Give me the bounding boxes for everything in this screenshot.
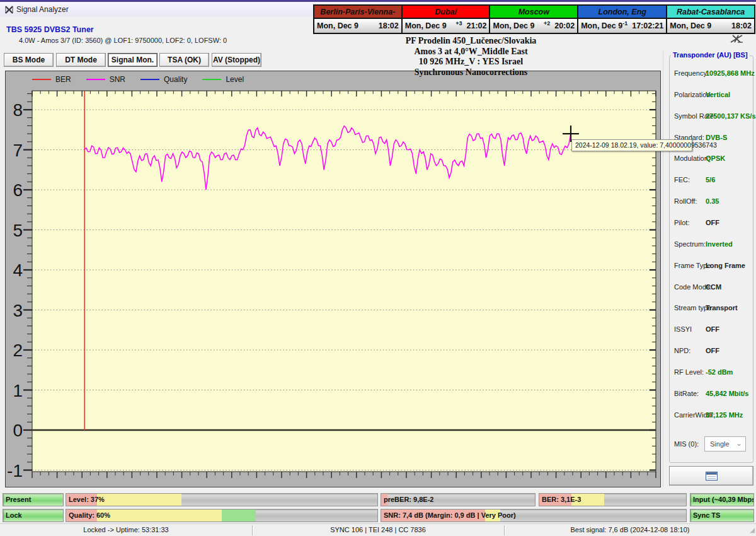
station-title-line: 10 926 MHz_V : YES Israel [328, 57, 614, 67]
transponder-row: Pilot: OFF [669, 219, 756, 228]
field-label: FEC: [674, 176, 690, 184]
transponder-row: Frame Type: Long Frame [669, 262, 756, 271]
bs-mode-button[interactable]: BS Mode [4, 53, 54, 67]
log-window-icon [706, 472, 718, 481]
transponder-row: CarrierWidth: 37,125 MHz [669, 411, 756, 420]
y-axis-tick-label: 1 [13, 381, 23, 400]
clock-date: Mon, Dec 9 [317, 21, 358, 30]
snr-line-swatch [86, 79, 105, 80]
best-signal-status: Best signal: 7,6 dB (2024-12-08 18:10) [504, 524, 756, 536]
transponder-row: Spectrum: Inverted [669, 240, 756, 249]
field-value: Long Frame [706, 262, 745, 269]
signal-mon-button[interactable]: Signal Mon. [108, 53, 158, 67]
tsa-button[interactable]: TSA (OK) [159, 53, 209, 67]
av-button[interactable]: AV (Stopped) [212, 53, 261, 67]
field-label: Frequency: [674, 69, 709, 77]
clock-city-label: Berlin-Paris-Vienna-Roma [314, 6, 401, 19]
y-axis-tick-label: 4 [13, 260, 23, 280]
quality-meter-fill [66, 510, 377, 521]
sync-ts-indicator: Sync TS [690, 509, 754, 522]
dt-mode-button[interactable]: DT Mode [56, 53, 106, 67]
clock-berlin: Berlin-Paris-Vienna-Roma Mon, Dec 9 18:0… [314, 6, 403, 33]
transponder-row: RF Level: -52 dBm [669, 368, 756, 377]
quality-line-swatch [140, 79, 159, 80]
transponder-row: Code Mode: CCM [669, 283, 756, 292]
transponder-row: BitRate: 45,842 Mbit/s [669, 390, 756, 399]
field-value: 37,125 MHz [706, 411, 743, 419]
level-meter: Level: 37% [66, 493, 378, 506]
snr-trace-plot[interactable]: 876543210-1 [6, 71, 662, 488]
quality-meter: Quality: 60% [66, 509, 378, 522]
field-value: 45,842 Mbit/s [706, 390, 748, 397]
field-label: RollOff: [674, 197, 697, 205]
level-line-swatch [202, 79, 221, 80]
station-title-line: Synchronous Nanocorrections [328, 67, 614, 78]
clock-time: 18:02 [379, 21, 399, 30]
mis-label: MIS (0): [674, 440, 699, 448]
tuner-details: 4.0W - Amos 3/7 (ID: 3560) @ LOF1: 97500… [19, 37, 227, 44]
preber-meter: preBER: 9,8E-2 [381, 493, 536, 506]
meter-segment [222, 510, 256, 521]
field-label: ISSYI [674, 325, 692, 333]
panel-divider [663, 50, 663, 487]
clock-rabat: Rabat-Casablanca Mon, Dec 9 18:02 [667, 6, 754, 33]
transponder-panel: Transponder (AU) [BS] Frequency: 10925,8… [663, 48, 756, 489]
field-value: CCM [706, 283, 721, 291]
ber-meter: BER: 3,1E-3 [539, 493, 687, 506]
field-label: Pilot: [674, 219, 689, 226]
field-value: 10925,868 MHz [706, 69, 755, 77]
mis-dropdown[interactable]: Single ⌄ [704, 436, 746, 452]
mis-value: Single [710, 440, 730, 448]
present-label: Present [6, 494, 31, 506]
field-value: 5/6 [706, 176, 715, 184]
y-axis-tick-label: 2 [13, 341, 23, 360]
lock-label: Lock [6, 510, 22, 521]
field-value: DVB-S [706, 134, 727, 141]
clock-date: Mon, Dec 9 [670, 21, 711, 30]
transponder-row: Stream type: Transport [669, 304, 756, 313]
legend-label: Level [226, 75, 244, 84]
field-value: 27500,137 KS/s [706, 112, 756, 120]
clock-city-label: Dubai [403, 6, 490, 19]
field-label: Spectrum: [674, 240, 706, 248]
field-value: 0.35 [706, 197, 719, 205]
uptime-status: Locked -> Uptime: 53:31:33 [0, 524, 252, 536]
clock-city-label: London, Eng [578, 6, 666, 19]
signal-chart[interactable]: 876543210-1 BER SNR Quality Level [5, 71, 661, 487]
legend-label: Quality [164, 75, 187, 84]
sync-counters-status: SYNC 106 | TEI 248 | CC 7836 [252, 524, 504, 536]
transponder-title: Transponder (AU) [BS] [671, 51, 750, 59]
world-clocks: Berlin-Paris-Vienna-Roma Mon, Dec 9 18:0… [313, 4, 755, 34]
y-axis-tick-label: 6 [13, 180, 23, 200]
y-axis-tick-label: 0 [13, 421, 23, 440]
chevron-down-icon: ⌄ [736, 436, 742, 450]
status-bar: Locked -> Uptime: 53:31:33 SYNC 106 | TE… [0, 523, 756, 536]
station-title: PF Prodelin 450_Lučenec/Slovakia Amos 3 … [328, 36, 614, 78]
ber-label: BER: 3,1E-3 [542, 494, 581, 506]
legend-label: BER [55, 75, 71, 84]
station-title-line: Amos 3 at 4,0°W_Middle East [328, 47, 614, 57]
transponder-row: RollOff: 0.35 [669, 197, 756, 206]
quality-label: Quality: 60% [69, 510, 110, 521]
transponder-row: ISSYI OFF [669, 325, 756, 334]
field-value: -52 dBm [706, 368, 733, 376]
snr-meter: SNR: 7,4 dB (Margin: 0,9 dB | Very Poor) [381, 509, 687, 522]
legend-level: Level [202, 75, 244, 84]
field-label: RF Level: [674, 368, 704, 376]
level-meter-fill [66, 494, 377, 506]
clock-time: 17:02:21 [632, 21, 663, 30]
station-title-line: PF Prodelin 450_Lučenec/Slovakia [328, 36, 614, 47]
field-value: OFF [706, 219, 719, 226]
resize-grip[interactable]: ◢ [750, 527, 755, 533]
field-label: NPD: [674, 347, 690, 354]
clock-time: 20:02 [554, 21, 575, 30]
field-value: QPSK [706, 154, 725, 162]
y-axis-tick-label: -1 [7, 461, 23, 481]
legend-ber: BER [32, 75, 71, 84]
log-window-button[interactable] [669, 466, 753, 486]
clock-moscow: Moscow Mon, Dec 9 +2 20:02 [490, 6, 578, 33]
field-label: Modulation: [674, 154, 710, 162]
field-value: Transport [706, 304, 738, 312]
clock-dubai: Dubai Mon, Dec 9 +3 21:02 [403, 6, 491, 33]
clock-city-label: Moscow [490, 6, 577, 19]
